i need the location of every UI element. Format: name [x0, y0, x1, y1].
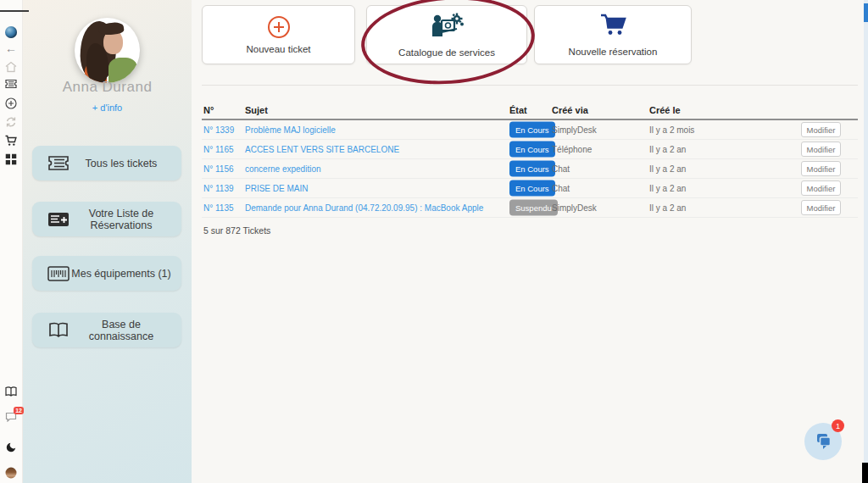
status-badge: En Cours: [509, 122, 555, 138]
ticket-created-via: SimplyDesk: [552, 203, 597, 213]
book-icon[interactable]: [5, 386, 18, 397]
open-book-icon: [47, 322, 70, 338]
sidebar-item-tous-les-tickets[interactable]: Tous les tickets: [32, 146, 181, 180]
chat-count-badge: 12: [14, 407, 24, 414]
catalogue-de-services-button[interactable]: Catalogue de services: [366, 5, 527, 64]
ticket-subject-link[interactable]: Problème MAJ logicielle: [245, 125, 336, 135]
nouveau-ticket-button[interactable]: Nouveau ticket: [202, 5, 355, 64]
home-icon[interactable]: [5, 62, 17, 73]
tickets-table-rows: N° 1339Problème MAJ logicielleEn CoursSi…: [202, 120, 858, 218]
icon-rail: ← 12: [0, 0, 23, 483]
status-cell: Suspendu: [509, 200, 558, 216]
status-badge: En Cours: [509, 180, 555, 197]
ticket-subject-link[interactable]: ACCES LENT VERS SITE BARCELONE: [245, 145, 399, 154]
apps-grid-icon[interactable]: [6, 154, 17, 165]
table-row: N° 1339Problème MAJ logicielleEn CoursSi…: [202, 120, 858, 140]
add-circle-icon[interactable]: [5, 97, 17, 109]
chat-notifications-icon[interactable]: 12: [5, 412, 17, 422]
barcode-icon: [47, 266, 70, 281]
header-subject: Sujet: [245, 105, 268, 115]
tickets-icon[interactable]: [5, 80, 18, 89]
header-status: État: [509, 105, 527, 115]
menu-icon[interactable]: [0, 8, 29, 14]
ticket-number-link[interactable]: N° 1339: [203, 125, 234, 135]
modify-button[interactable]: Modifier: [801, 180, 841, 196]
globe-icon[interactable]: [5, 26, 17, 38]
ticket-created-via: Chat: [552, 184, 570, 193]
page-scrollbar[interactable]: [864, 0, 868, 483]
card-label: Nouvelle réservation: [569, 47, 658, 57]
sidebar-item-label: Votre Liste de Réservations: [70, 208, 181, 231]
status-cell: En Cours: [509, 122, 555, 138]
reservation-list-icon: [47, 212, 70, 227]
ticket-number-link[interactable]: N° 1165: [203, 145, 234, 154]
table-row: N° 1156concerne expeditionEn CoursChatIl…: [202, 159, 858, 179]
cart-icon[interactable]: [5, 135, 18, 147]
sidebar-item-label: Base de connaissance: [70, 319, 181, 342]
tickets-table: N° Sujet État Créé via Créé le N° 1339Pr…: [202, 105, 858, 218]
scrollbar-thumb[interactable]: [864, 3, 868, 22]
status-badge: Suspendu: [509, 200, 558, 216]
header-via: Créé via: [552, 105, 588, 115]
ticket-number-link[interactable]: N° 1156: [203, 164, 234, 174]
header-created: Créé le: [649, 105, 681, 115]
ticket-created-when: Il y a 2 an: [649, 184, 686, 193]
sidebar-item-mes-equipements[interactable]: Mes équipements (1): [32, 256, 181, 291]
table-summary: 5 sur 872 Tickets: [203, 225, 270, 236]
dark-mode-moon-icon[interactable]: [5, 441, 17, 453]
user-photo[interactable]: [75, 18, 140, 83]
sidebar: Anna Durand + d'info Tous les tickets Vo…: [23, 0, 192, 483]
header-num: N°: [203, 105, 214, 115]
chat-fab-badge: 1: [832, 419, 844, 432]
sidebar-item-liste-reservations[interactable]: Votre Liste de Réservations: [32, 202, 181, 236]
status-cell: En Cours: [509, 142, 555, 158]
nouvelle-reservation-button[interactable]: Nouvelle réservation: [534, 5, 692, 64]
status-badge: En Cours: [509, 142, 555, 158]
screen-corner-artifact: [862, 463, 868, 483]
card-label: Nouveau ticket: [246, 44, 310, 54]
chat-bubbles-icon: [814, 433, 832, 450]
sync-icon[interactable]: [5, 116, 17, 128]
sidebar-item-label: Tous les tickets: [70, 158, 181, 169]
modify-button[interactable]: Modifier: [801, 161, 841, 176]
status-cell: En Cours: [509, 161, 555, 177]
main-content: Nouveau ticket Catalogue: [192, 0, 868, 483]
plus-circle-icon: [268, 16, 290, 38]
user-name: Anna Durand: [23, 79, 192, 96]
profile-avatar-icon[interactable]: [6, 468, 17, 479]
ticket-subject-link[interactable]: PRISE DE MAIN: [245, 184, 308, 193]
card-label: Catalogue de services: [398, 47, 495, 58]
ticket-number-link[interactable]: N° 1135: [203, 203, 234, 213]
cart-icon: [599, 14, 626, 41]
ticket-icon: [47, 155, 70, 171]
more-info-link[interactable]: + d'info: [23, 103, 192, 113]
table-header: N° Sujet État Créé via Créé le: [202, 105, 858, 120]
ticket-number-link[interactable]: N° 1139: [203, 184, 234, 193]
sidebar-item-label: Mes équipements (1): [70, 268, 181, 280]
chat-fab-button[interactable]: 1: [804, 423, 842, 460]
ticket-created-when: Il y a 2 an: [649, 203, 686, 213]
status-cell: En Cours: [509, 180, 555, 197]
ticket-created-when: Il y a 2 an: [649, 145, 686, 154]
sidebar-item-base-de-connaissance[interactable]: Base de connaissance: [32, 313, 181, 347]
ticket-created-via: Chat: [552, 164, 570, 174]
ticket-subject-link[interactable]: Demande pour Anna Durand (04.72.20.09.95…: [245, 203, 483, 213]
table-row: N° 1135Demande pour Anna Durand (04.72.2…: [202, 198, 858, 218]
ticket-created-when: Il y a 2 an: [649, 164, 686, 174]
ticket-created-when: Il y a 2 mois: [649, 125, 694, 135]
ticket-subject-link[interactable]: concerne expedition: [245, 164, 321, 174]
status-badge: En Cours: [509, 161, 555, 177]
modify-button[interactable]: Modifier: [801, 122, 841, 137]
modify-button[interactable]: Modifier: [801, 142, 841, 157]
ticket-created-via: SimplyDesk: [552, 125, 597, 135]
service-catalog-icon: [430, 13, 464, 42]
back-arrow-icon[interactable]: ←: [5, 42, 17, 54]
section-divider: [202, 85, 858, 86]
ticket-created-via: Téléphone: [552, 145, 592, 154]
modify-button[interactable]: Modifier: [801, 200, 841, 215]
table-row: N° 1139PRISE DE MAINEn CoursChatIl y a 2…: [202, 179, 858, 198]
table-row: N° 1165ACCES LENT VERS SITE BARCELONEEn …: [202, 140, 858, 159]
